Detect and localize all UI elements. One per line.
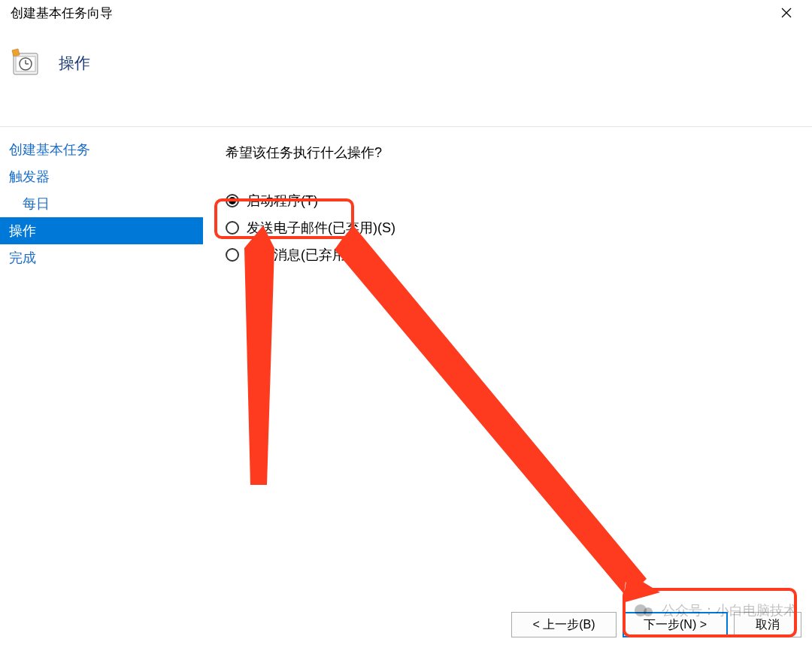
window-title: 创建基本任务向导 xyxy=(11,5,113,22)
close-button[interactable] xyxy=(770,2,803,23)
window-title-bar: 创建基本任务向导 xyxy=(0,0,812,26)
option-label: 启动程序(T) xyxy=(247,192,318,210)
option-start-program[interactable]: 启动程序(T) xyxy=(226,192,804,210)
question-text: 希望该任务执行什么操作? xyxy=(226,144,804,162)
task-scheduler-icon xyxy=(11,47,41,77)
sidebar-item-action[interactable]: 操作 xyxy=(0,217,203,244)
back-button[interactable]: < 上一步(B) xyxy=(511,612,617,637)
option-send-email[interactable]: 发送电子邮件(已弃用)(S) xyxy=(226,219,804,237)
sidebar-item-daily[interactable]: 每日 xyxy=(0,190,203,217)
radio-icon xyxy=(226,248,239,262)
next-button[interactable]: 下一步(N) > xyxy=(623,612,728,637)
option-show-message[interactable]: 显示消息(已弃用)(M) xyxy=(226,246,804,264)
radio-icon xyxy=(226,194,239,207)
action-radio-group: 启动程序(T) 发送电子邮件(已弃用)(S) 显示消息(已弃用)(M) xyxy=(226,192,804,264)
radio-icon xyxy=(226,221,239,235)
wizard-sidebar: 创建基本任务 触发器 每日 操作 完成 xyxy=(0,127,203,601)
footer-bar: < 上一步(B) 下一步(N) > 取消 xyxy=(0,601,812,648)
wizard-header: 操作 xyxy=(0,26,812,127)
svg-marker-7 xyxy=(12,49,20,56)
page-title: 操作 xyxy=(59,53,90,74)
main-panel: 希望该任务执行什么操作? 启动程序(T) 发送电子邮件(已弃用)(S) 显示消息… xyxy=(203,127,812,601)
option-label: 发送电子邮件(已弃用)(S) xyxy=(247,219,395,237)
close-icon xyxy=(781,8,792,18)
content-area: 创建基本任务 触发器 每日 操作 完成 希望该任务执行什么操作? 启动程序(T)… xyxy=(0,127,812,601)
sidebar-item-finish[interactable]: 完成 xyxy=(0,244,203,271)
sidebar-item-trigger[interactable]: 触发器 xyxy=(0,163,203,190)
sidebar-item-create-task[interactable]: 创建基本任务 xyxy=(0,136,203,163)
cancel-button[interactable]: 取消 xyxy=(734,612,801,637)
option-label: 显示消息(已弃用)(M) xyxy=(247,246,371,264)
